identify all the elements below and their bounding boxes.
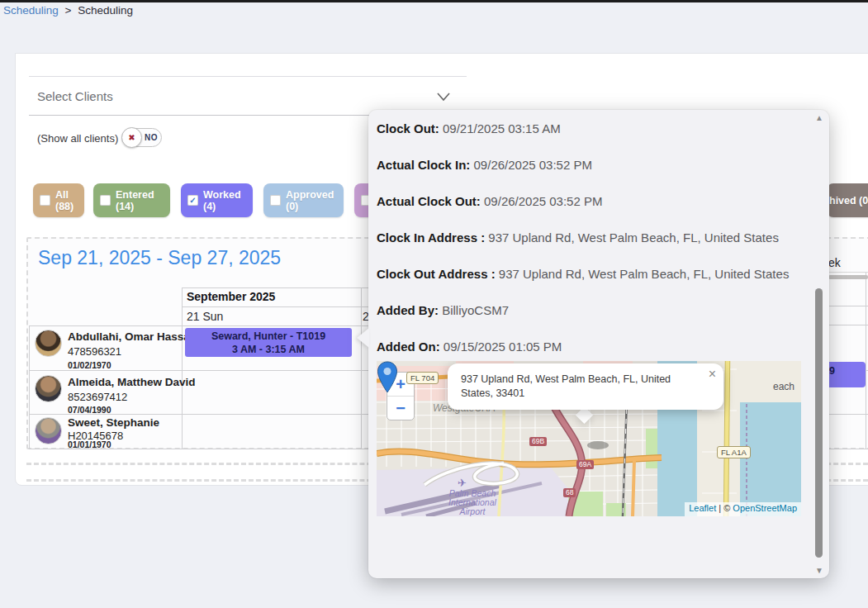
client-avatar bbox=[35, 417, 62, 444]
popup-tail bbox=[357, 328, 369, 348]
scroll-down-arrow[interactable]: ▼ bbox=[813, 566, 825, 575]
horizontal-scrollbar[interactable] bbox=[828, 275, 868, 279]
client-name[interactable]: Sweet, Stephanie bbox=[68, 416, 159, 429]
client-name[interactable]: Abdullahi, Omar Hassan bbox=[68, 330, 197, 343]
filter-approved-button[interactable]: Approved (0) bbox=[263, 183, 344, 217]
client-dob: 07/04/1990 bbox=[68, 405, 111, 415]
field-value: BilliyoCSM7 bbox=[442, 303, 509, 317]
schedule-event-chip[interactable]: Seward, Hunter - T1019 3 AM - 3:15 AM bbox=[185, 328, 352, 357]
filter-all-button[interactable]: All (88) bbox=[33, 183, 84, 217]
checkbox[interactable] bbox=[270, 195, 281, 206]
clock-details-popup: Clock Out: 09/21/2025 03:15 AM Actual Cl… bbox=[368, 110, 829, 578]
field-actual-clock-out: Actual Clock Out: 09/26/2025 03:52 PM bbox=[377, 194, 796, 208]
divider bbox=[828, 272, 868, 273]
field-label: Added By: bbox=[377, 303, 439, 317]
breadcrumb: Scheduling > Scheduling bbox=[3, 4, 133, 17]
checkbox-checked[interactable]: ✓ bbox=[187, 195, 198, 206]
map-marker-icon[interactable] bbox=[377, 361, 398, 394]
airplane-icon: ✈ bbox=[458, 477, 467, 489]
filter-label: All (88) bbox=[55, 189, 78, 212]
field-label: Clock Out: bbox=[377, 121, 439, 135]
attribution-separator: | © bbox=[716, 503, 733, 513]
map-address-text: 937 Upland Rd, West Palm Beach, FL, Unit… bbox=[461, 373, 671, 399]
table-border bbox=[29, 325, 30, 449]
field-label: Clock Out Address : bbox=[377, 267, 496, 281]
table-border bbox=[828, 325, 868, 325]
filter-archived-button[interactable]: hived (0) bbox=[827, 183, 868, 217]
client-name[interactable]: Almeida, Matthew David bbox=[68, 376, 196, 388]
event-time: 3 AM - 3:15 AM bbox=[232, 343, 305, 356]
field-label: Clock In Address : bbox=[377, 230, 485, 245]
show-all-clients-toggle[interactable]: ✖ NO bbox=[122, 128, 162, 147]
field-clock-in-address: Clock In Address : 937 Upland Rd, West P… bbox=[377, 230, 796, 245]
field-value: 937 Upland Rd, West Palm Beach, FL, Unit… bbox=[499, 267, 790, 281]
close-icon[interactable]: × bbox=[709, 368, 716, 381]
scrollbar-thumb[interactable] bbox=[815, 288, 823, 558]
filter-label: Approved (0) bbox=[286, 189, 337, 212]
client-dob: 01/02/1970 bbox=[68, 360, 111, 370]
show-all-clients-label: (Show all clients) bbox=[37, 132, 118, 145]
table-border bbox=[182, 287, 183, 449]
exit-shield-68: 68 bbox=[563, 488, 576, 497]
leaflet-map[interactable]: + − FL 704 FL A1A 69B 69A 68 WestgateCRA… bbox=[377, 361, 801, 516]
table-border bbox=[866, 272, 866, 449]
breadcrumb-separator: > bbox=[65, 4, 72, 17]
leaflet-link[interactable]: Leaflet bbox=[689, 503, 716, 513]
divider bbox=[29, 76, 467, 77]
client-id: 8523697412 bbox=[68, 391, 127, 403]
label-fragment: each bbox=[773, 381, 794, 392]
filter-worked-button[interactable]: ✓ Worked (4) bbox=[181, 183, 253, 217]
top-bar bbox=[0, 0, 868, 2]
road-shield-fl704: FL 704 bbox=[406, 372, 439, 384]
field-added-by: Added By: BilliyoCSM7 bbox=[377, 303, 796, 317]
field-value: 09/21/2025 03:15 AM bbox=[443, 121, 561, 135]
clock-detail-fields: Clock Out: 09/21/2025 03:15 AM Actual Cl… bbox=[377, 121, 796, 354]
table-border bbox=[828, 414, 868, 415]
table-border bbox=[828, 306, 868, 306]
client-avatar bbox=[35, 330, 62, 357]
table-border bbox=[182, 306, 368, 307]
map-attribution: Leaflet | © OpenStreetMap bbox=[685, 502, 801, 516]
field-value: 09/15/2025 01:05 PM bbox=[443, 340, 562, 354]
breadcrumb-current: Scheduling bbox=[78, 4, 133, 17]
popup-scrollbar[interactable]: ▲ ▼ bbox=[813, 113, 825, 575]
field-label: Actual Clock In: bbox=[377, 158, 470, 172]
airport-label: Palm Beach International Airport bbox=[423, 489, 522, 516]
select-clients-dropdown[interactable]: Select Clients bbox=[37, 89, 113, 103]
checkbox[interactable] bbox=[40, 195, 50, 206]
week-view-button-partial[interactable]: ek bbox=[828, 256, 841, 269]
field-label: Added On: bbox=[377, 340, 440, 354]
week-range-title: Sep 21, 2025 - Sep 27, 2025 bbox=[38, 247, 281, 269]
field-label: Actual Clock Out: bbox=[377, 194, 481, 208]
airport-label-line: Airport bbox=[423, 507, 522, 516]
filter-entered-button[interactable]: Entered (14) bbox=[93, 183, 170, 217]
filter-label: Worked (4) bbox=[203, 189, 246, 212]
exit-shield-69a: 69A bbox=[576, 460, 594, 469]
openstreetmap-link[interactable]: OpenStreetMap bbox=[733, 503, 797, 513]
zoom-out-button[interactable]: − bbox=[387, 397, 414, 420]
table-border bbox=[361, 287, 362, 449]
checkbox[interactable] bbox=[100, 195, 111, 206]
field-value: 09/26/2025 03:52 PM bbox=[474, 158, 592, 172]
table-border bbox=[828, 449, 868, 449]
client-avatar bbox=[35, 375, 62, 402]
client-id: 478596321 bbox=[68, 345, 121, 358]
scheduling-page: Scheduling > Scheduling Select Clients (… bbox=[0, 0, 868, 608]
day-header-21-sun: 21 Sun bbox=[187, 310, 223, 323]
field-value: 09/26/2025 03:52 PM bbox=[484, 194, 602, 208]
scroll-up-arrow[interactable]: ▲ bbox=[813, 113, 825, 122]
field-value: 937 Upland Rd, West Palm Beach, FL, Unit… bbox=[488, 230, 779, 245]
month-header: September 2025 bbox=[187, 290, 275, 303]
event-title: Seward, Hunter - T1019 bbox=[211, 330, 325, 343]
toggle-state-label: NO bbox=[145, 133, 158, 142]
road-shield-fla1a: FL A1A bbox=[717, 446, 751, 458]
filter-label: hived (0) bbox=[829, 195, 868, 207]
table-border bbox=[182, 287, 368, 288]
event-title-partial: 9 bbox=[829, 365, 835, 377]
breadcrumb-link-scheduling[interactable]: Scheduling bbox=[3, 4, 59, 17]
chevron-down-icon[interactable] bbox=[436, 91, 451, 102]
table-border bbox=[29, 370, 368, 371]
table-border bbox=[29, 325, 368, 326]
field-clock-out: Clock Out: 09/21/2025 03:15 AM bbox=[377, 121, 796, 135]
exit-shield-69b: 69B bbox=[529, 437, 547, 446]
